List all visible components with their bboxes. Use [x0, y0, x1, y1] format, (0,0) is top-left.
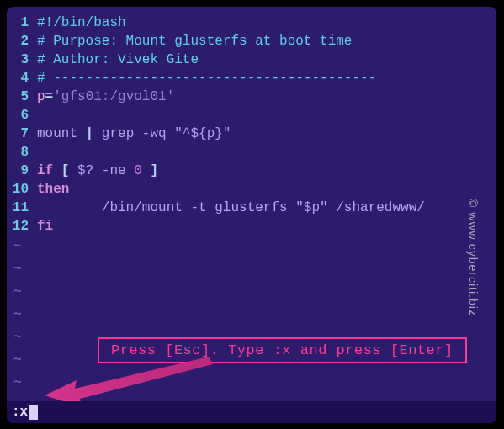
code-line[interactable]: 7mount | grep -wq "^${p}" — [7, 124, 496, 143]
empty-line-tildes: ~~~~~~~~ — [7, 236, 496, 417]
token: = — [45, 89, 54, 104]
line-number: 2 — [7, 32, 37, 50]
line-number: 3 — [7, 50, 37, 69]
token: $? — [77, 163, 93, 178]
line-number: 6 — [7, 106, 37, 124]
vim-command-line[interactable]: :x — [7, 401, 496, 423]
line-number: 11 — [7, 199, 37, 217]
line-number: 7 — [7, 124, 37, 143]
line-content[interactable]: # Purpose: Mount glusterfs at boot time — [37, 32, 352, 50]
code-line[interactable]: 11 /bin/mount -t glusterfs "$p" /sharedw… — [7, 199, 496, 217]
token: fi — [37, 219, 53, 234]
token: "$p" — [295, 200, 327, 215]
token: if — [37, 163, 53, 178]
token: /sharedwww/ — [328, 200, 425, 215]
tilde-line: ~ — [7, 304, 496, 326]
tilde-line: ~ — [7, 281, 496, 304]
token: mount — [37, 126, 86, 141]
line-number: 12 — [7, 217, 37, 236]
token: grep -wq — [93, 126, 174, 141]
code-line[interactable]: 8 — [7, 143, 496, 162]
code-line[interactable]: 6 — [7, 106, 496, 124]
token: ] — [142, 163, 158, 178]
line-content[interactable] — [37, 106, 45, 124]
tilde-line: ~ — [7, 258, 496, 281]
code-line[interactable]: 2# Purpose: Mount glusterfs at boot time — [7, 32, 496, 50]
tilde-line: ~ — [7, 372, 496, 395]
line-number: 9 — [7, 162, 37, 180]
token: p — [37, 89, 45, 104]
code-line[interactable]: 3# Author: Vivek Gite — [7, 50, 496, 69]
command-text: :x — [12, 405, 28, 420]
line-number: 4 — [7, 69, 37, 87]
code-line[interactable]: 1#!/bin/bash — [7, 13, 496, 32]
code-line[interactable]: 9if [ $? -ne 0 ] — [7, 162, 496, 180]
line-number: 5 — [7, 87, 37, 106]
line-content[interactable]: mount | grep -wq "^${p}" — [37, 124, 231, 143]
line-number: 8 — [7, 143, 37, 162]
token: "^${p}" — [174, 126, 231, 141]
token — [93, 163, 102, 178]
token — [37, 145, 45, 160]
line-content[interactable]: p='gfs01:/gvol01' — [37, 87, 174, 106]
line-content[interactable]: /bin/mount -t glusterfs "$p" /sharedwww/ — [37, 199, 425, 217]
token: # Author: Vivek Gite — [37, 52, 199, 67]
token: # Purpose: Mount glusterfs at boot time — [37, 34, 352, 49]
token: /bin/mount -t glusterfs — [37, 200, 295, 215]
token: -ne — [102, 163, 126, 178]
token: 'gfs01:/gvol01' — [53, 89, 174, 104]
line-content[interactable] — [37, 143, 45, 162]
watermark: © www.cyberciti.biz — [466, 199, 480, 316]
code-area[interactable]: 1#!/bin/bash2# Purpose: Mount glusterfs … — [7, 13, 496, 236]
token: 0 — [134, 163, 142, 178]
token — [37, 108, 45, 123]
line-number: 10 — [7, 180, 37, 199]
line-content[interactable]: fi — [37, 217, 53, 236]
line-content[interactable]: # --------------------------------------… — [37, 69, 376, 87]
tilde-line: ~ — [7, 236, 496, 258]
line-content[interactable]: if [ $? -ne 0 ] — [37, 162, 158, 180]
token — [126, 163, 135, 178]
vim-editor[interactable]: 1#!/bin/bash2# Purpose: Mount glusterfs … — [7, 7, 496, 423]
code-line[interactable]: 10then — [7, 180, 496, 199]
code-line[interactable]: 4# -------------------------------------… — [7, 69, 496, 87]
line-number: 1 — [7, 13, 37, 32]
line-content[interactable]: #!/bin/bash — [37, 13, 126, 32]
token: # --------------------------------------… — [37, 71, 376, 86]
token: | — [86, 126, 94, 141]
line-content[interactable]: then — [37, 180, 69, 199]
code-line[interactable]: 12fi — [7, 217, 496, 236]
code-line[interactable]: 5p='gfs01:/gvol01' — [7, 87, 496, 106]
token: #!/bin/bash — [37, 15, 126, 30]
token: [ — [53, 163, 77, 178]
cursor — [29, 405, 38, 420]
line-content[interactable]: # Author: Vivek Gite — [37, 50, 199, 69]
hint-box: Press [Esc]. Type :x and press [Enter] — [98, 337, 467, 363]
token: then — [37, 182, 69, 197]
